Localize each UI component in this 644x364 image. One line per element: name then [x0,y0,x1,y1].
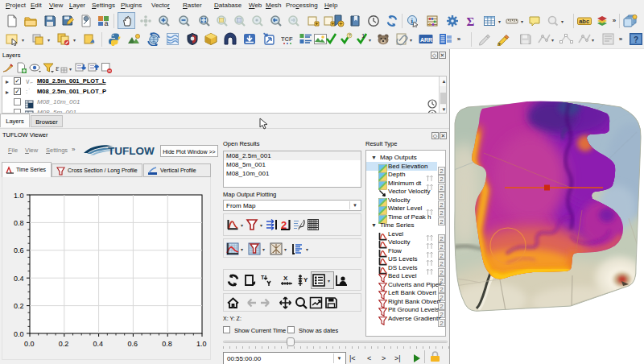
svg-text:a: a [104,19,108,27]
svg-text:Y: Y [303,276,308,283]
svg-text:1.0: 1.0 [196,340,207,348]
svg-text:1.0: 1.0 [14,192,24,200]
svg-text:1: 1 [361,32,365,39]
svg-text:0.8: 0.8 [162,340,172,348]
svg-text:0.0: 0.0 [14,330,24,338]
svg-text:0.6: 0.6 [14,246,24,254]
svg-text:0.4: 0.4 [14,275,24,283]
svg-text:0.4: 0.4 [93,340,104,348]
svg-text:X: X [283,275,288,282]
svg-text:TUFLOW: TUFLOW [108,145,155,157]
svg-text:?: ? [634,35,638,44]
svg-text:ε: ε [56,63,60,72]
svg-text:0.0: 0.0 [24,340,35,348]
svg-text:abc: abc [579,18,589,25]
svg-text:0.2: 0.2 [59,340,69,348]
svg-text:ARR: ARR [420,37,432,43]
svg-text:TCF: TCF [281,35,293,43]
svg-text:Σ: Σ [466,14,474,27]
svg-text:0.6: 0.6 [127,340,138,348]
svg-text:0.2: 0.2 [14,302,24,310]
svg-text:?: ? [348,33,350,38]
svg-text:T: T [261,275,265,280]
svg-text:0.8: 0.8 [14,219,24,227]
